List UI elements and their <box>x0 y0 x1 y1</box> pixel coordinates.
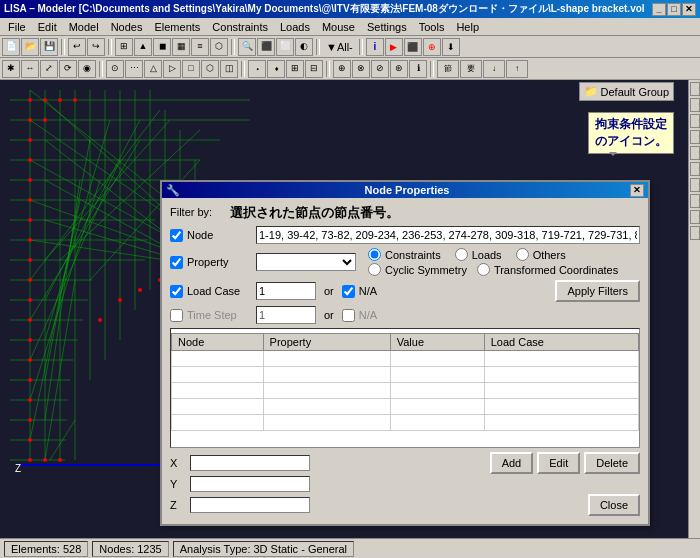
x-input[interactable] <box>190 455 310 471</box>
tb-save[interactable]: 💾 <box>40 38 58 56</box>
all-dropdown[interactable]: ▼All- <box>323 41 356 53</box>
canvas-area[interactable]: Z 📁 Default Group 拘束条件設定 のアイコン。 🔧 Node P… <box>0 80 688 538</box>
na1-checkbox[interactable] <box>342 285 355 298</box>
tb2-btn9[interactable]: ▷ <box>163 60 181 78</box>
tb2-btn6[interactable]: ⊙ <box>106 60 124 78</box>
tb-red1[interactable]: ▶ <box>385 38 403 56</box>
apply-filters-button[interactable]: Apply Filters <box>555 280 640 302</box>
tb-btn10[interactable]: ⬛ <box>257 38 275 56</box>
tb2-btn4[interactable]: ⟳ <box>59 60 77 78</box>
tb2-japan2[interactable]: 要 <box>460 60 482 78</box>
tb2-btn3[interactable]: ⤢ <box>40 60 58 78</box>
menu-constraints[interactable]: Constraints <box>206 20 274 34</box>
node-value-input[interactable] <box>256 226 640 244</box>
tb-new[interactable]: 📄 <box>2 38 20 56</box>
rp-btn2[interactable] <box>690 98 700 112</box>
add-button[interactable]: Add <box>490 452 534 474</box>
rp-btn1[interactable] <box>690 82 700 96</box>
rp-btn8[interactable] <box>690 194 700 208</box>
tb-redo[interactable]: ↪ <box>87 38 105 56</box>
node-checkbox[interactable] <box>170 229 183 242</box>
property-checkbox[interactable] <box>170 256 183 269</box>
y-input[interactable] <box>190 476 310 492</box>
radio-cyclic[interactable] <box>368 263 381 276</box>
radio-transformed[interactable] <box>477 263 490 276</box>
tb-open[interactable]: 📂 <box>21 38 39 56</box>
radio-constraints-label: Constraints <box>385 249 441 261</box>
menu-nodes[interactable]: Nodes <box>105 20 149 34</box>
tb2-btn16[interactable]: ⊟ <box>305 60 323 78</box>
tb-info[interactable]: i <box>366 38 384 56</box>
load-case-checkbox[interactable] <box>170 285 183 298</box>
tb2-btn15[interactable]: ⊞ <box>286 60 304 78</box>
tb-btn7[interactable]: ≡ <box>191 38 209 56</box>
tb2-btn13[interactable]: ⬩ <box>248 60 266 78</box>
close-button[interactable]: Close <box>588 494 640 516</box>
menu-mouse[interactable]: Mouse <box>316 20 361 34</box>
tb-btn12[interactable]: ◐ <box>295 38 313 56</box>
menu-elements[interactable]: Elements <box>148 20 206 34</box>
delete-button[interactable]: Delete <box>584 452 640 474</box>
minimize-btn[interactable]: _ <box>652 3 666 16</box>
tb2-btn5[interactable]: ◉ <box>78 60 96 78</box>
table-row <box>172 415 639 431</box>
tb2-japan3[interactable]: ↓ <box>483 60 505 78</box>
tb2-btn17[interactable]: ⊕ <box>333 60 351 78</box>
menu-tools[interactable]: Tools <box>413 20 451 34</box>
tb2-btn2[interactable]: ↔ <box>21 60 39 78</box>
tb2-btn11[interactable]: ⬡ <box>201 60 219 78</box>
rp-btn6[interactable] <box>690 162 700 176</box>
tb2-btn18[interactable]: ⊗ <box>352 60 370 78</box>
tb-undo[interactable]: ↩ <box>68 38 86 56</box>
na1-label: N/A <box>359 285 377 297</box>
tb2-btn14[interactable]: ⬧ <box>267 60 285 78</box>
tb2-btn8[interactable]: △ <box>144 60 162 78</box>
tb-btn4[interactable]: ▲ <box>134 38 152 56</box>
radio-constraints[interactable] <box>368 248 381 261</box>
tb-btn11[interactable]: ⬜ <box>276 38 294 56</box>
menu-edit[interactable]: Edit <box>32 20 63 34</box>
rp-btn3[interactable] <box>690 114 700 128</box>
edit-button[interactable]: Edit <box>537 452 580 474</box>
tb2-btn21[interactable]: ℹ <box>409 60 427 78</box>
radio-loads[interactable] <box>455 248 468 261</box>
rp-btn7[interactable] <box>690 178 700 192</box>
tb-btn5[interactable]: ◼ <box>153 38 171 56</box>
tb2-btn10[interactable]: □ <box>182 60 200 78</box>
radio-others[interactable] <box>516 248 529 261</box>
menu-settings[interactable]: Settings <box>361 20 413 34</box>
load-case-input[interactable] <box>256 282 316 300</box>
tb-btn3[interactable]: ⊞ <box>115 38 133 56</box>
tb2-japan4[interactable]: ↑ <box>506 60 528 78</box>
tb-red4[interactable]: ⬇ <box>442 38 460 56</box>
rp-btn4[interactable] <box>690 130 700 144</box>
rp-btn10[interactable] <box>690 226 700 240</box>
rp-btn9[interactable] <box>690 210 700 224</box>
sep3 <box>231 39 235 55</box>
maximize-btn[interactable]: □ <box>667 3 681 16</box>
time-step-input[interactable] <box>256 306 316 324</box>
tb-red3[interactable]: ⊕ <box>423 38 441 56</box>
z-input[interactable] <box>190 497 310 513</box>
rp-btn5[interactable] <box>690 146 700 160</box>
time-step-checkbox[interactable] <box>170 309 183 322</box>
close-btn[interactable]: ✕ <box>682 3 696 16</box>
menu-help[interactable]: Help <box>450 20 485 34</box>
tb-btn8[interactable]: ⬡ <box>210 38 228 56</box>
menu-file[interactable]: File <box>2 20 32 34</box>
na2-checkbox[interactable] <box>342 309 355 322</box>
tb2-japan1[interactable]: 節 <box>437 60 459 78</box>
modal-close-btn[interactable]: ✕ <box>630 184 644 197</box>
tb2-btn20[interactable]: ⊛ <box>390 60 408 78</box>
results-table-container[interactable]: Node Property Value Load Case <box>170 328 640 448</box>
tb2-btn1[interactable]: ✱ <box>2 60 20 78</box>
tb2-btn19[interactable]: ⊘ <box>371 60 389 78</box>
tb-btn6[interactable]: ▦ <box>172 38 190 56</box>
tb-zoom-in[interactable]: 🔍 <box>238 38 256 56</box>
tb-red2[interactable]: ⬛ <box>404 38 422 56</box>
menu-model[interactable]: Model <box>63 20 105 34</box>
property-select[interactable] <box>256 253 356 271</box>
tb2-btn7[interactable]: ⋯ <box>125 60 143 78</box>
tb2-btn12[interactable]: ◫ <box>220 60 238 78</box>
menu-loads[interactable]: Loads <box>274 20 316 34</box>
